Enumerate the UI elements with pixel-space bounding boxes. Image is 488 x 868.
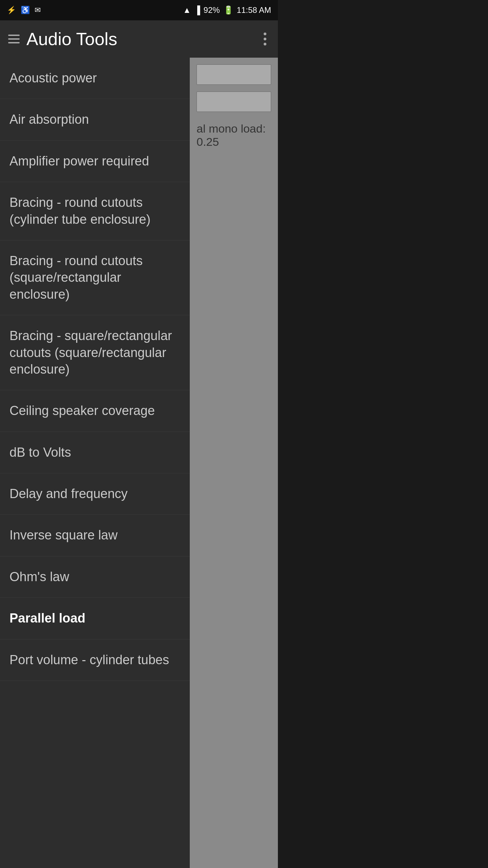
drawer-item-bracing-square-square[interactable]: Bracing - square/rectangular cutouts (sq…	[0, 315, 190, 390]
status-bar: ⚡ ♿ ✉ ▲ ▐ 92% 🔋 11:58 AM	[0, 0, 278, 20]
battery-percent: 92%	[204, 5, 220, 15]
drawer-item-port-volume[interactable]: Port volume - cylinder tubes	[0, 639, 190, 681]
drawer-item-delay-frequency[interactable]: Delay and frequency	[0, 473, 190, 515]
status-icons-left: ⚡ ♿ ✉	[7, 6, 41, 15]
input-box-1[interactable]	[197, 64, 271, 85]
more-options-button[interactable]	[260, 29, 270, 49]
drawer-item-amplifier-power[interactable]: Amplifier power required	[0, 141, 190, 182]
main-container: Acoustic power Air absorption Amplifier …	[0, 58, 278, 868]
drawer-item-ohms-law[interactable]: Ohm's law	[0, 556, 190, 598]
app-bar: Audio Tools	[0, 20, 278, 58]
content-area: al mono load: 0.25	[190, 58, 278, 868]
drawer-item-parallel-load[interactable]: Parallel load	[0, 598, 190, 639]
app-bar-left: Audio Tools	[8, 29, 117, 49]
drawer-item-air-absorption[interactable]: Air absorption	[0, 99, 190, 140]
message-icon: ✉	[35, 6, 41, 15]
hamburger-menu-icon[interactable]	[8, 35, 20, 43]
input-box-2[interactable]	[197, 92, 271, 112]
drawer-item-bracing-round-square[interactable]: Bracing - round cutouts (square/rectangu…	[0, 240, 190, 315]
drawer-item-db-to-volts[interactable]: dB to Volts	[0, 432, 190, 473]
drawer-item-bracing-round-cylinder[interactable]: Bracing - round cutouts (cylinder tube e…	[0, 182, 190, 240]
drawer-item-acoustic-power[interactable]: Acoustic power	[0, 58, 190, 99]
accessibility-icon: ♿	[21, 6, 30, 15]
drawer-item-ceiling-speaker[interactable]: Ceiling speaker coverage	[0, 390, 190, 432]
drawer-item-inverse-square[interactable]: Inverse square law	[0, 515, 190, 556]
app-title: Audio Tools	[26, 29, 117, 49]
battery-icon: 🔋	[223, 5, 233, 15]
drawer-menu: Acoustic power Air absorption Amplifier …	[0, 58, 190, 868]
status-icons-right: ▲ ▐ 92% 🔋 11:58 AM	[183, 5, 271, 15]
signal-icon: ▐	[195, 5, 200, 15]
wifi-icon: ▲	[183, 5, 191, 15]
usb-icon: ⚡	[7, 6, 16, 15]
mono-load-text: al mono load: 0.25	[197, 119, 271, 152]
clock: 11:58 AM	[237, 5, 271, 15]
